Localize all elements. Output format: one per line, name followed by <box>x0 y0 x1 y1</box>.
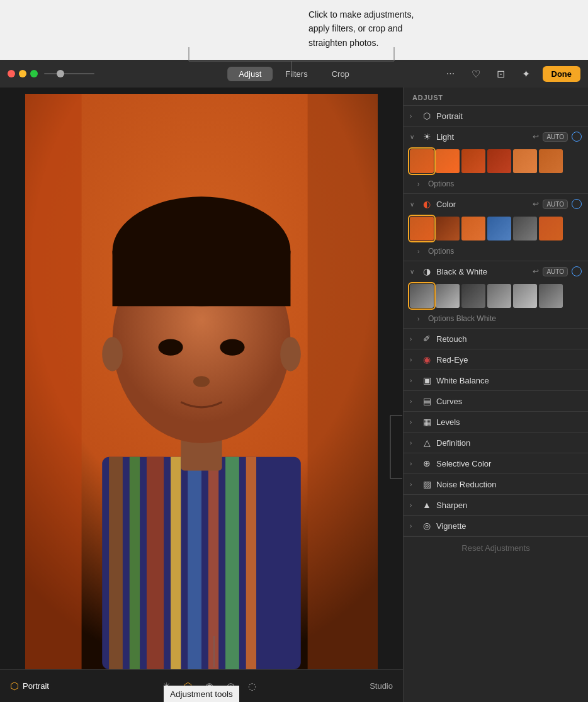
titlebar: Adjust Filters Crop ··· ♡ ⊡ ✦ Done <box>0 60 588 88</box>
svg-rect-19 <box>225 457 239 669</box>
color-reset-icon[interactable]: ↩ <box>533 200 539 208</box>
light-thumb-3[interactable] <box>461 149 485 173</box>
redeye-section: › ◉ Red-Eye <box>404 349 588 370</box>
svg-point-26 <box>220 339 244 356</box>
bw-thumb-6[interactable] <box>539 284 563 308</box>
bw-section-row[interactable]: ∨ ◑ Black & White ↩ AUTO <box>404 261 588 281</box>
vignette-icon: ◎ <box>421 521 433 531</box>
light-chevron: ∨ <box>410 133 417 140</box>
bw-thumb-5[interactable] <box>513 284 537 308</box>
photo-area: ⬡ Portrait ☀ ⬡ ◉ ◎ ◌ Studio <box>0 88 403 702</box>
redeye-row[interactable]: › ◉ Red-Eye <box>404 349 588 370</box>
light-options-chevron: › <box>417 181 425 188</box>
portrait-section[interactable]: › ⬡ Portrait <box>404 106 588 127</box>
brightness-slider[interactable] <box>44 73 94 74</box>
light-thumb-5[interactable] <box>513 149 537 173</box>
minimize-button[interactable] <box>19 70 26 77</box>
bw-thumb-3[interactable] <box>461 284 485 308</box>
bw-options-row[interactable]: › Options Black White <box>404 312 588 328</box>
definition-icon: △ <box>421 438 433 448</box>
portrait-title: Portrait <box>436 111 582 121</box>
studio-label: Studio <box>370 681 393 691</box>
whitebalance-chevron: › <box>410 377 417 384</box>
maximize-button[interactable] <box>30 70 38 77</box>
retouch-row[interactable]: › ✐ Retouch <box>404 329 588 349</box>
curves-chevron: › <box>410 398 417 405</box>
definition-row[interactable]: › △ Definition <box>404 433 588 453</box>
svg-rect-14 <box>130 457 140 669</box>
light-thumb-4[interactable] <box>487 149 511 173</box>
tab-crop[interactable]: Crop <box>320 67 361 81</box>
panel-header: ADJUST <box>404 88 588 106</box>
close-button[interactable] <box>8 70 15 77</box>
tab-adjust[interactable]: Adjust <box>227 67 273 81</box>
heart-icon[interactable]: ♡ <box>467 65 485 82</box>
light-thumb-2[interactable] <box>436 149 460 173</box>
definition-chevron: › <box>410 439 417 446</box>
color-options-label: Options <box>428 247 454 256</box>
bw-thumb-1[interactable] <box>410 284 434 308</box>
color-thumb-6[interactable] <box>539 217 563 241</box>
done-button[interactable]: Done <box>543 66 581 82</box>
adjustment-tools-annotation: Adjustment tools <box>164 686 239 702</box>
light-auto-badge[interactable]: AUTO <box>543 132 568 142</box>
color-section-row[interactable]: ∨ ◐ Color ↩ AUTO <box>404 194 588 214</box>
vignette-section: › ◎ Vignette <box>404 516 588 536</box>
sharpen-row[interactable]: › ▲ Sharpen <box>404 495 588 515</box>
color-thumb-1[interactable] <box>410 217 434 241</box>
color-thumb-5[interactable] <box>513 217 537 241</box>
svg-rect-16 <box>171 457 181 669</box>
light-options-row[interactable]: › Options <box>404 177 588 193</box>
light-thumb-1[interactable] <box>410 149 434 173</box>
vignette-chevron: › <box>410 523 417 529</box>
svg-rect-15 <box>147 457 164 669</box>
sharpen-icon: ▲ <box>421 500 433 510</box>
color-options-row[interactable]: › Options <box>404 244 588 261</box>
color-thumb-2[interactable] <box>436 217 460 241</box>
svg-rect-20 <box>246 457 256 669</box>
noise-reduction-row[interactable]: › ▨ Noise Reduction <box>404 474 588 494</box>
sharpen-section: › ▲ Sharpen <box>404 495 588 516</box>
color-section: ∨ ◐ Color ↩ AUTO › Options <box>404 194 588 261</box>
color-toggle[interactable] <box>572 199 582 209</box>
curves-section: › ▤ Curves <box>404 391 588 412</box>
light-reset-icon[interactable]: ↩ <box>533 132 539 141</box>
color-title: Color <box>436 200 529 209</box>
portrait-icon: ⬡ <box>421 111 433 121</box>
more-options-icon[interactable]: ··· <box>442 65 460 82</box>
curves-row[interactable]: › ▤ Curves <box>404 391 588 411</box>
svg-rect-31 <box>308 94 378 669</box>
circle-ring2-icon[interactable]: ◌ <box>245 679 260 694</box>
light-thumb-6[interactable] <box>539 149 563 173</box>
vignette-row[interactable]: › ◎ Vignette <box>404 516 588 536</box>
color-thumb-strip <box>404 214 588 244</box>
selective-color-row[interactable]: › ⊕ Selective Color <box>404 453 588 473</box>
light-toggle[interactable] <box>572 132 582 142</box>
svg-point-25 <box>158 339 183 356</box>
color-auto-badge[interactable]: AUTO <box>543 200 568 209</box>
bw-thumb-4[interactable] <box>487 284 511 308</box>
bw-reset-icon[interactable]: ↩ <box>533 267 539 276</box>
color-thumb-4[interactable] <box>487 217 511 241</box>
retouch-icon: ✐ <box>421 334 433 344</box>
bw-toggle[interactable] <box>572 266 582 276</box>
bw-chevron: ∨ <box>410 268 417 275</box>
copy-icon[interactable]: ⊡ <box>492 65 510 82</box>
whitebalance-row[interactable]: › ▣ White Balance <box>404 370 588 390</box>
noise-reduction-title: Noise Reduction <box>436 480 582 489</box>
portrait-chevron: › <box>410 113 417 120</box>
color-options-chevron: › <box>417 248 425 255</box>
whitebalance-icon: ▣ <box>421 375 433 385</box>
redeye-icon: ◉ <box>421 354 433 365</box>
svg-rect-30 <box>25 94 82 669</box>
retouch-section: › ✐ Retouch <box>404 329 588 349</box>
bw-thumb-2[interactable] <box>436 284 460 308</box>
magic-wand-icon[interactable]: ✦ <box>517 65 535 82</box>
levels-row[interactable]: › ▦ Levels <box>404 412 588 432</box>
curves-title: Curves <box>436 397 582 406</box>
bw-auto-badge[interactable]: AUTO <box>543 267 568 276</box>
color-thumb-3[interactable] <box>461 217 485 241</box>
tab-filters[interactable]: Filters <box>274 67 319 81</box>
reset-adjustments-button[interactable]: Reset Adjustments <box>404 536 588 559</box>
light-section-row[interactable]: ∨ ☀ Light ↩ AUTO <box>404 127 588 147</box>
